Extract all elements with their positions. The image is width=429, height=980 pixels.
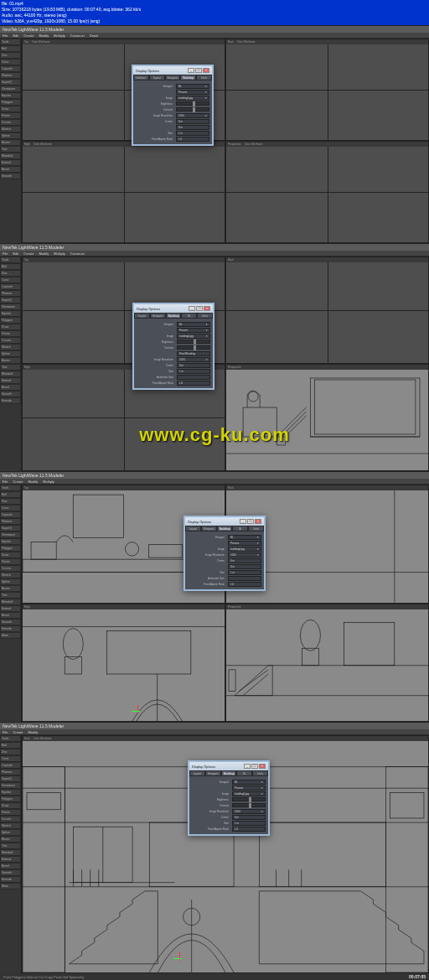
sidebar-button[interactable]: Platonic: [0, 290, 21, 297]
tab-viewports[interactable]: Viewports: [150, 313, 166, 319]
display-options-dialog[interactable]: Display Options _□× Layout Viewports Bac…: [183, 516, 266, 591]
sidebar-button[interactable]: Disc: [0, 270, 21, 277]
menu-item[interactable]: Create: [23, 34, 34, 37]
maximize-icon[interactable]: □: [251, 764, 258, 769]
sidebar-button[interactable]: Points: [0, 112, 21, 119]
menu-item[interactable]: Create: [23, 251, 34, 255]
tab-interface[interactable]: Interface: [133, 75, 149, 80]
center-y-field[interactable]: 0 m: [176, 125, 209, 130]
contrast-slider[interactable]: [177, 345, 210, 350]
sidebar-button[interactable]: Spline: [0, 350, 21, 357]
minimize-icon[interactable]: _: [188, 68, 194, 73]
tab-viewports[interactable]: Viewports: [165, 75, 181, 80]
display-options-dialog[interactable]: Display Options _ □ × Interface Layout V…: [132, 65, 214, 146]
sidebar-button[interactable]: Sketch: [0, 126, 21, 132]
image-select[interactable]: building4.jpg: [177, 334, 210, 339]
dialog-titlebar[interactable]: Display Options _ □ ×: [133, 66, 212, 75]
menu-item[interactable]: Construct: [70, 34, 85, 37]
sidebar-button[interactable]: Curves: [0, 337, 21, 344]
image-res-select[interactable]: 1024: [177, 357, 210, 362]
center-field[interactable]: 0 m: [176, 119, 209, 124]
sidebar-button[interactable]: Text: [0, 364, 21, 371]
menu-bar[interactable]: File Edit Create Modify Multiply Constru…: [0, 251, 429, 257]
menu-item[interactable]: Modify: [28, 480, 38, 483]
viewport-select[interactable]: BL: [177, 322, 210, 327]
brightness-slider[interactable]: [176, 101, 209, 106]
menu-item[interactable]: Construct: [70, 251, 85, 255]
tab-layout[interactable]: Layout: [189, 770, 205, 776]
sidebar-button[interactable]: Ball: [0, 45, 21, 52]
viewport-select[interactable]: BL: [176, 84, 209, 89]
tab-units[interactable]: Units: [197, 313, 213, 319]
sidebar-button[interactable]: Extend: [0, 377, 21, 384]
tab-backdrop[interactable]: Backdrop: [217, 526, 233, 531]
sidebar-button[interactable]: Bevel: [0, 166, 21, 173]
size-field[interactable]: 1 m: [177, 369, 210, 374]
menu-item[interactable]: File: [3, 34, 8, 37]
tab-gl[interactable]: GL: [236, 770, 252, 776]
menu-item[interactable]: File: [3, 730, 8, 734]
sidebar-button[interactable]: Extrude: [0, 397, 21, 404]
sidebar-button[interactable]: Cone: [0, 59, 21, 65]
sidebar-button[interactable]: SuperQ: [0, 297, 21, 303]
close-icon[interactable]: ×: [259, 764, 266, 769]
sidebar-button[interactable]: Gemstone: [0, 303, 21, 310]
sidebar-button[interactable]: Gemstone: [0, 86, 21, 92]
sidebar-button[interactable]: Points: [0, 330, 21, 337]
sidebar-button[interactable]: Smooth: [0, 391, 21, 397]
tab-backdrop[interactable]: Backdrop: [221, 770, 237, 776]
sidebar-button[interactable]: Ball: [0, 263, 21, 270]
sidebar-button[interactable]: Sketch: [0, 344, 21, 350]
menu-item[interactable]: Edit: [13, 34, 18, 37]
tab-viewports[interactable]: Viewports: [201, 526, 217, 531]
tab-gl[interactable]: GL: [232, 526, 248, 531]
menu-item[interactable]: Create: [13, 480, 23, 483]
tab-backdrop[interactable]: Backdrop: [180, 75, 196, 80]
tab-gl[interactable]: GL: [181, 313, 197, 319]
aspect-field[interactable]: 1.0: [176, 137, 209, 142]
close-icon[interactable]: ×: [203, 68, 209, 73]
auto-size-button[interactable]: [177, 375, 210, 380]
sidebar-button[interactable]: Bezier: [0, 357, 21, 364]
aspect-field[interactable]: 1.0: [177, 381, 210, 386]
tab-layout[interactable]: Layout: [149, 75, 165, 80]
viewport-back[interactable]: Back: [225, 257, 429, 364]
menu-item[interactable]: File: [3, 251, 8, 255]
menu-item[interactable]: Multiply: [54, 251, 65, 255]
tab-units[interactable]: Units: [196, 75, 212, 80]
menu-item[interactable]: Modify: [39, 34, 49, 37]
sidebar-button[interactable]: Polygon: [0, 99, 21, 106]
menu-item[interactable]: Modify: [28, 730, 38, 734]
close-icon[interactable]: ×: [204, 306, 210, 311]
presets-select[interactable]: Presets: [177, 328, 210, 333]
brightness-slider[interactable]: [177, 340, 210, 344]
sidebar-button[interactable]: Metaball: [0, 371, 21, 377]
sidebar-button[interactable]: Curves: [0, 119, 21, 126]
menu-item[interactable]: Multiply: [54, 34, 65, 37]
display-options-dialog[interactable]: Display Options _□× Layout Viewports Bac…: [132, 303, 214, 390]
sidebar-button[interactable]: Tools: [0, 257, 21, 263]
viewport-right[interactable]: Right: [22, 604, 225, 723]
image-res-select[interactable]: 1024: [176, 113, 209, 118]
sidebar-button[interactable]: Smooth: [0, 173, 21, 179]
sidebar-button[interactable]: Cone: [0, 277, 21, 283]
menu-bar[interactable]: File Edit Create Modify Multiply Constru…: [0, 33, 429, 39]
maximize-icon[interactable]: □: [247, 519, 254, 524]
minimize-icon[interactable]: _: [240, 519, 246, 524]
viewport-perspective[interactable]: Perspective: [225, 604, 429, 723]
maximize-icon[interactable]: □: [195, 68, 202, 73]
menu-item[interactable]: Create: [13, 730, 23, 734]
sidebar-button[interactable]: Equilat: [0, 310, 21, 317]
sidebar-button[interactable]: SuperQ: [0, 79, 21, 86]
menu-item[interactable]: File: [3, 480, 8, 483]
center-field[interactable]: 0 m: [177, 363, 210, 368]
viewport-perspective[interactable]: PerspectiveColor Wireframe: [225, 141, 429, 243]
sidebar-button[interactable]: Spline: [0, 132, 21, 139]
menu-item[interactable]: Detail: [90, 34, 98, 37]
tab-backdrop[interactable]: Backdrop: [166, 313, 182, 319]
dialog-titlebar[interactable]: Display Options _□×: [189, 762, 268, 770]
dialog-titlebar[interactable]: Display Options _□×: [134, 304, 213, 313]
menu-item[interactable]: Edit: [13, 251, 18, 255]
menu-bar[interactable]: File Create Modify: [0, 729, 429, 735]
sidebar-button[interactable]: Draw: [0, 324, 21, 330]
